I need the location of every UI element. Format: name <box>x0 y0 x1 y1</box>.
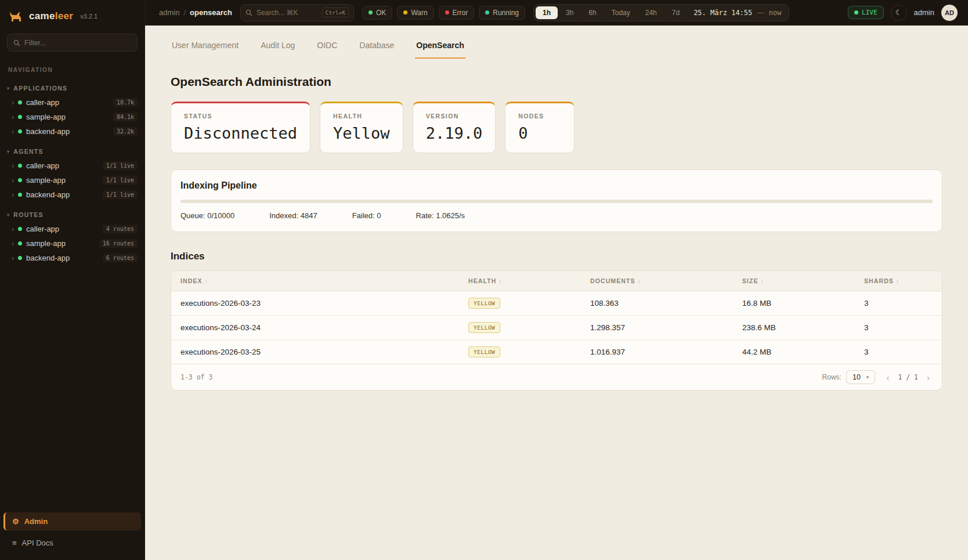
status-dot <box>18 164 22 168</box>
cell-size: 16.8 MB <box>733 292 855 314</box>
sidebar-filter[interactable] <box>7 34 138 52</box>
breadcrumb: admin / opensearch <box>159 8 232 17</box>
sort-icon: ↕ <box>499 278 502 284</box>
sidebar-item-routes-caller-app[interactable]: › caller-app 4 routes <box>0 222 145 236</box>
prev-page-button[interactable]: ‹ <box>883 371 892 384</box>
chevron-right-icon: › <box>12 240 14 247</box>
sidebar-item-routes-backend-app[interactable]: › backend-app 6 routes <box>0 251 145 265</box>
content-area: User Management Audit Log OIDC Database … <box>145 26 968 560</box>
cell-documents: 108.363 <box>581 292 733 314</box>
tab-oidc[interactable]: OIDC <box>316 36 338 59</box>
range-1h[interactable]: 1h <box>536 6 558 19</box>
filter-error[interactable]: Error <box>439 6 475 20</box>
count-badge: 10.7k <box>113 98 138 107</box>
tri-down-icon: ▾ <box>7 212 10 218</box>
sidebar-item-agent-caller-app[interactable]: › caller-app 1/1 live <box>0 158 145 173</box>
col-documents[interactable]: DOCUMENTS↕ <box>581 271 733 291</box>
status-dot <box>18 227 22 231</box>
count-badge: 16 routes <box>99 239 138 248</box>
table-header-row: INDEX↕ HEALTH↕ DOCUMENTS↕ SIZE↕ SHARDS↕ <box>171 271 942 291</box>
filter-input[interactable] <box>24 39 131 47</box>
chevron-right-icon: › <box>12 255 14 262</box>
section-agents[interactable]: ▾ AGENTS <box>7 148 138 155</box>
range-6h[interactable]: 6h <box>581 6 603 19</box>
live-badge[interactable]: LIVE <box>848 6 884 19</box>
avatar[interactable]: AD <box>941 5 958 21</box>
app-version: v3.2.1 <box>80 13 97 20</box>
error-dot <box>445 10 449 15</box>
admin-tabs: User Management Audit Log OIDC Database … <box>145 36 968 59</box>
sidebar-item-admin[interactable]: ⚙ Admin <box>3 512 141 530</box>
app-name: cameleer <box>29 10 73 22</box>
filter-running[interactable]: Running <box>479 6 525 20</box>
indexing-pipeline-panel: Indexing Pipeline Queue: 0/10000 Indexed… <box>171 169 942 232</box>
filter-ok[interactable]: OK <box>362 6 392 20</box>
status-dot <box>18 115 22 119</box>
stat-card-nodes: NODES 0 <box>505 102 575 153</box>
count-badge: 6 routes <box>103 254 138 262</box>
rows-per-page-select[interactable]: 10 ▾ <box>846 370 875 384</box>
health-badge: YELLOW <box>468 346 500 357</box>
row-range-label: 1-3 of 3 <box>180 373 212 381</box>
count-badge: 1/1 live <box>103 190 138 199</box>
tab-audit-log[interactable]: Audit Log <box>259 36 296 59</box>
sidebar-item-agent-sample-app[interactable]: › sample-app 1/1 live <box>0 173 145 187</box>
tab-database[interactable]: Database <box>358 36 395 59</box>
range-7d[interactable]: 7d <box>665 6 687 19</box>
range-24h[interactable]: 24h <box>638 6 664 19</box>
date-range[interactable]: 25. März 14:55 — now <box>688 9 787 17</box>
cell-documents: 1.298.357 <box>581 317 733 338</box>
section-routes[interactable]: ▾ ROUTES <box>7 211 138 218</box>
sidebar-item-sample-app[interactable]: › sample-app 84.1k <box>0 110 145 124</box>
username-label: admin <box>914 8 934 17</box>
sidebar-item-api-docs[interactable]: ≡ API Docs <box>3 534 141 552</box>
next-page-button[interactable]: › <box>924 371 933 384</box>
filter-warn[interactable]: Warn <box>397 6 434 20</box>
sidebar-item-agent-backend-app[interactable]: › backend-app 1/1 live <box>0 187 145 202</box>
tab-user-management[interactable]: User Management <box>171 36 240 59</box>
count-badge: 32.2k <box>113 127 138 136</box>
cell-index: executions-2026-03-25 <box>171 341 459 363</box>
col-shards[interactable]: SHARDS↕ <box>855 271 942 291</box>
tab-opensearch[interactable]: OpenSearch <box>415 36 465 59</box>
col-index[interactable]: INDEX↕ <box>171 271 459 291</box>
stat-cards: STATUS Disconnected HEALTH Yellow VERSIO… <box>171 102 942 153</box>
table-body: executions-2026-03-23 YELLOW 108.363 16.… <box>171 291 942 364</box>
status-dot <box>18 129 22 133</box>
pipeline-title: Indexing Pipeline <box>180 180 933 191</box>
theme-toggle[interactable]: ☾ <box>891 5 907 21</box>
breadcrumb-opensearch: opensearch <box>190 8 232 17</box>
app-logo[interactable]: cameleer v3.2.1 <box>0 0 145 29</box>
range-today[interactable]: Today <box>605 6 637 19</box>
range-3h[interactable]: 3h <box>559 6 580 19</box>
docs-icon: ≡ <box>12 539 17 547</box>
status-value: Disconnected <box>184 124 297 142</box>
global-search[interactable]: Ctrl+K <box>240 4 354 21</box>
status-filters: OK Warn Error Running <box>362 6 525 20</box>
version-value: 2.19.0 <box>426 124 483 142</box>
breadcrumb-admin[interactable]: admin <box>159 8 179 17</box>
pipeline-failed: Failed: 0 <box>352 211 381 220</box>
search-icon <box>245 9 252 16</box>
count-badge: 4 routes <box>103 225 138 233</box>
sidebar-item-routes-sample-app[interactable]: › sample-app 16 routes <box>0 236 145 251</box>
cell-size: 44.2 MB <box>733 341 855 363</box>
sidebar-item-caller-app[interactable]: › caller-app 10.7k <box>0 95 145 110</box>
cell-health: YELLOW <box>459 340 581 364</box>
warn-dot <box>403 10 407 15</box>
chevron-right-icon: › <box>12 128 14 135</box>
cell-size: 238.6 MB <box>733 317 855 338</box>
count-badge: 1/1 live <box>103 161 138 170</box>
sidebar-item-backend-app[interactable]: › backend-app 32.2k <box>0 124 145 139</box>
time-range-selector: 1h 3h 6h Today 24h 7d 25. März 14:55 — n… <box>533 4 790 21</box>
running-dot <box>485 10 489 15</box>
col-health[interactable]: HEALTH↕ <box>459 271 581 291</box>
search-input[interactable] <box>257 9 318 17</box>
table-row: executions-2026-03-24 YELLOW 1.298.357 2… <box>171 316 942 340</box>
section-applications[interactable]: ▾ APPLICATIONS <box>7 85 138 92</box>
stat-card-version: VERSION 2.19.0 <box>413 102 496 153</box>
chevron-right-icon: › <box>12 177 14 184</box>
pipeline-progress-bar <box>180 200 933 203</box>
pipeline-queue: Queue: 0/10000 <box>180 211 234 220</box>
col-size[interactable]: SIZE↕ <box>733 271 855 291</box>
